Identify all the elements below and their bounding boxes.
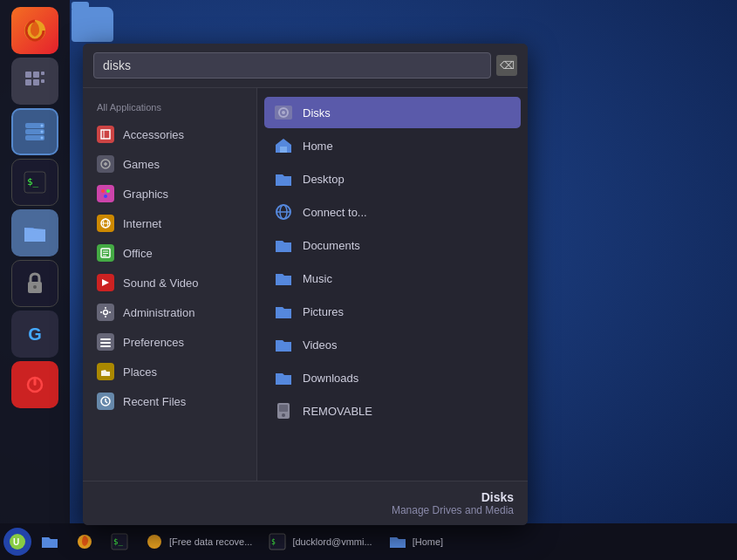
documents-result-icon <box>273 235 294 256</box>
taskbar-firefox[interactable] <box>68 529 101 555</box>
result-home[interactable]: Home <box>264 130 521 161</box>
svg-rect-35 <box>100 338 111 340</box>
removable-label: REMOVABLE <box>303 405 372 418</box>
result-videos[interactable]: Videos <box>264 329 521 360</box>
taskbar-terminal-icon: $_ <box>110 532 129 551</box>
all-apps-header: All Applications <box>83 99 256 120</box>
svg-rect-37 <box>100 345 111 347</box>
taskbar-files-icon <box>40 532 59 551</box>
svg-rect-6 <box>41 79 44 83</box>
graphics-icon <box>97 185 114 202</box>
sound-video-label: Sound & Video <box>123 277 199 290</box>
dock-item-storage[interactable] <box>11 108 58 155</box>
svg-point-12 <box>41 137 44 140</box>
preferences-icon <box>97 333 114 351</box>
folder-icon <box>72 7 113 42</box>
svg-point-16 <box>33 285 37 289</box>
dock-item-lock[interactable] <box>11 260 58 307</box>
sidebar-item-internet[interactable]: Internet <box>83 208 256 238</box>
svg-text:U: U <box>13 537 19 547</box>
music-label: Music <box>303 272 332 285</box>
sidebar-item-recent-files[interactable]: Recent Files <box>83 386 256 416</box>
sound-video-icon <box>97 274 114 291</box>
taskbar-terminal2-label: [ducklord@vmmi... <box>292 536 372 547</box>
svg-marker-33 <box>102 279 109 286</box>
launcher-popup: disks ⌫ All Applications Accessories Gam… <box>83 44 528 525</box>
music-result-icon <box>273 268 294 289</box>
linux-mint-logo: U <box>9 533 26 550</box>
result-desktop[interactable]: Desktop <box>264 163 521 195</box>
videos-result-icon <box>273 334 294 355</box>
dock-item-launcher[interactable] <box>11 58 58 105</box>
desktop-result-icon <box>273 168 294 189</box>
svg-point-10 <box>41 125 44 127</box>
result-removable[interactable]: REMOVABLE <box>264 395 521 427</box>
svg-rect-36 <box>100 342 111 344</box>
videos-label: Videos <box>303 338 338 352</box>
result-downloads[interactable]: Downloads <box>264 362 521 393</box>
popup-body: All Applications Accessories Games <box>83 88 528 481</box>
internet-label: Internet <box>123 217 161 230</box>
sidebar-item-preferences[interactable]: Preferences <box>83 327 256 357</box>
svg-text:$: $ <box>271 538 276 546</box>
sidebar-item-graphics[interactable]: Graphics <box>83 179 256 208</box>
result-disks[interactable]: Disks <box>264 97 521 128</box>
disks-result-icon <box>273 102 294 123</box>
internet-icon <box>97 215 114 232</box>
dock-item-files[interactable] <box>11 209 58 256</box>
sidebar-item-accessories[interactable]: Accessories <box>83 120 256 149</box>
taskbar-files[interactable] <box>33 529 66 555</box>
dock-item-power[interactable] <box>11 361 58 408</box>
svg-point-23 <box>101 189 105 193</box>
result-connect-to[interactable]: Connect to... <box>264 196 521 228</box>
administration-label: Administration <box>123 306 194 319</box>
svg-text:$_: $_ <box>113 537 123 546</box>
places-icon <box>97 363 114 380</box>
dock-item-terminal[interactable]: $_ <box>11 159 58 206</box>
search-input[interactable]: disks <box>93 52 491 79</box>
taskbar-terminal2[interactable]: $ [ducklord@vmmi... <box>261 529 379 555</box>
files-icon <box>23 222 47 243</box>
svg-point-41 <box>282 111 285 114</box>
svg-rect-4 <box>33 79 39 85</box>
taskbar-terminal[interactable]: $_ <box>103 529 136 555</box>
pictures-result-icon <box>273 301 294 322</box>
taskbar-logo[interactable]: U <box>3 528 31 556</box>
popup-status-description: Manage Drives and Media <box>97 504 514 516</box>
svg-text:$_: $_ <box>27 176 39 188</box>
power-icon <box>24 374 45 395</box>
sidebar-item-administration[interactable]: Administration <box>83 297 256 327</box>
svg-rect-18 <box>34 377 37 386</box>
search-bar: disks ⌫ <box>83 44 528 88</box>
taskbar-firefox-icon <box>75 532 94 551</box>
pictures-label: Pictures <box>303 305 344 318</box>
sidebar-item-office[interactable]: Office <box>83 238 256 268</box>
result-music[interactable]: Music <box>264 263 521 294</box>
sidebar-item-sound-video[interactable]: Sound & Video <box>83 268 256 297</box>
launcher-icon <box>24 70 46 92</box>
desktop-label: Desktop <box>303 173 345 186</box>
connect-to-label: Connect to... <box>303 206 367 219</box>
taskbar-home-folder[interactable]: [Home] <box>381 529 450 555</box>
svg-point-54 <box>147 535 161 549</box>
home-label: Home <box>303 140 333 153</box>
accessories-icon <box>97 126 114 143</box>
dock: $_ G <box>0 0 70 523</box>
storage-icon <box>23 120 47 144</box>
result-pictures[interactable]: Pictures <box>264 296 521 327</box>
svg-rect-47 <box>279 405 288 412</box>
svg-point-24 <box>106 189 110 193</box>
dock-item-firefox[interactable] <box>11 7 58 54</box>
taskbar-data-recovery[interactable]: [Free data recove... <box>138 529 259 555</box>
result-documents[interactable]: Documents <box>264 229 521 261</box>
downloads-result-icon <box>273 367 294 388</box>
desktop-folder[interactable] <box>72 7 113 42</box>
sidebar-item-games[interactable]: Games <box>83 149 256 179</box>
lock-icon <box>25 272 44 295</box>
office-label: Office <box>123 247 153 260</box>
dock-item-g-app[interactable]: G <box>11 311 58 358</box>
popup-sidebar: All Applications Accessories Games <box>83 88 257 481</box>
sidebar-item-places[interactable]: Places <box>83 357 256 386</box>
svg-point-11 <box>41 131 44 133</box>
search-clear-button[interactable]: ⌫ <box>496 55 517 76</box>
